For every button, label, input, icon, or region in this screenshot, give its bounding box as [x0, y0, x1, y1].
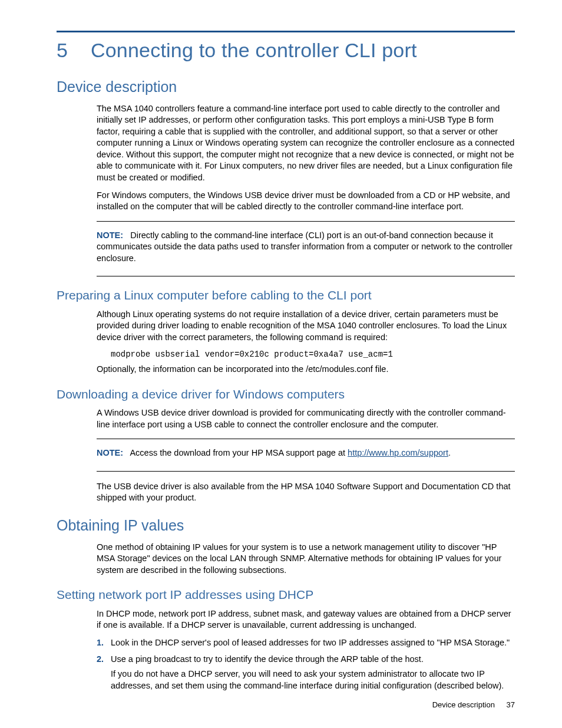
- page-number: 37: [507, 700, 515, 709]
- chapter-title: Connecting to the controller CLI port: [91, 37, 417, 64]
- paragraph: Optionally, the information can be incor…: [97, 364, 515, 375]
- footer-section: Device description: [432, 700, 495, 709]
- body-block: A Windows USB device driver download is …: [97, 407, 515, 504]
- body-block: In DHCP mode, network port IP address, s…: [97, 608, 515, 691]
- chapter-number: 5: [57, 37, 91, 64]
- body-block: One method of obtaining IP values for yo…: [97, 542, 515, 577]
- note-box: NOTE: Directly cabling to the command-li…: [97, 221, 515, 277]
- list-item: Look in the DHCP server's pool of leased…: [97, 637, 515, 649]
- list-item: Use a ping broadcast to try to identify …: [97, 654, 515, 692]
- section-device-description: Device description: [57, 77, 515, 97]
- top-rule: [57, 31, 515, 32]
- paragraph: The USB device driver is also available …: [97, 481, 515, 504]
- note-text: NOTE: Directly cabling to the command-li…: [97, 230, 515, 265]
- note-label: NOTE:: [97, 230, 123, 240]
- body-block: The MSA 1040 controllers feature a comma…: [97, 103, 515, 277]
- list-item-text: Look in the DHCP server's pool of leased…: [111, 638, 510, 647]
- paragraph: A Windows USB device driver download is …: [97, 407, 515, 430]
- subsection-linux-prep: Preparing a Linux computer before cablin…: [57, 287, 515, 304]
- page-footer: Device description 37: [432, 700, 515, 710]
- note-text: NOTE: Access the download from your HP M…: [97, 447, 515, 459]
- section-obtaining-ip: Obtaining IP values: [57, 516, 515, 536]
- paragraph: Although Linux operating systems do not …: [97, 309, 515, 344]
- note-body: Directly cabling to the command-line int…: [97, 230, 513, 263]
- support-link[interactable]: http://www.hp.com/support: [348, 448, 448, 457]
- ordered-list: Look in the DHCP server's pool of leased…: [97, 637, 515, 691]
- chapter-heading: 5 Connecting to the controller CLI port: [57, 37, 515, 64]
- paragraph: In DHCP mode, network port IP address, s…: [97, 608, 515, 631]
- body-block: Although Linux operating systems do not …: [97, 309, 515, 375]
- paragraph: The MSA 1040 controllers feature a comma…: [97, 103, 515, 184]
- subsection-windows-driver: Downloading a device driver for Windows …: [57, 386, 515, 403]
- page: 5 Connecting to the controller CLI port …: [0, 0, 562, 728]
- paragraph: One method of obtaining IP values for yo…: [97, 542, 515, 577]
- paragraph: For Windows computers, the Windows USB d…: [97, 190, 515, 213]
- note-box: NOTE: Access the download from your HP M…: [97, 439, 515, 472]
- list-item-text: Use a ping broadcast to try to identify …: [111, 654, 424, 664]
- note-label: NOTE:: [97, 448, 123, 457]
- list-item-follow: If you do not have a DHCP server, you wi…: [111, 668, 515, 691]
- code-command: modprobe usbserial vendor=0x210c product…: [111, 349, 515, 360]
- subsection-dhcp: Setting network port IP addresses using …: [57, 587, 515, 603]
- note-pre: Access the download from your HP MSA sup…: [130, 448, 348, 457]
- note-post: .: [448, 448, 451, 457]
